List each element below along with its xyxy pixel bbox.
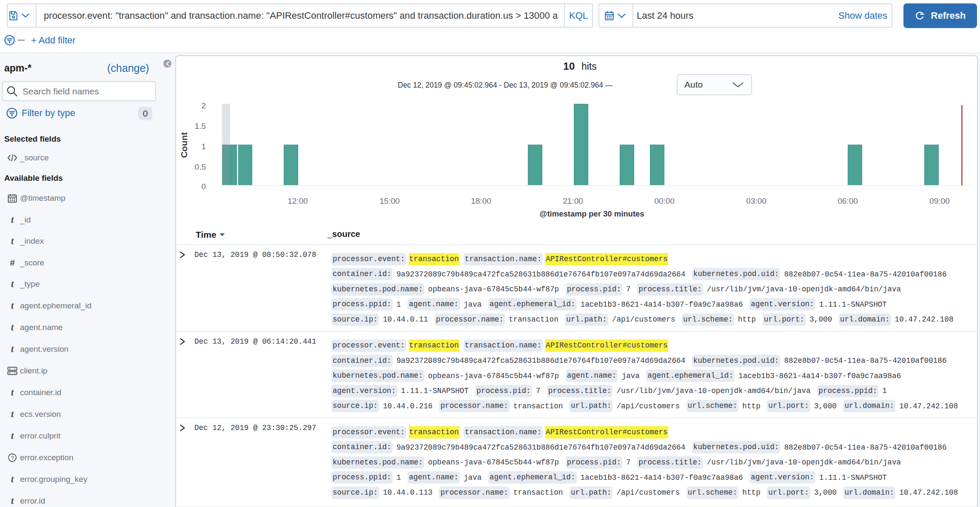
svg-text:?: ? <box>11 455 14 461</box>
